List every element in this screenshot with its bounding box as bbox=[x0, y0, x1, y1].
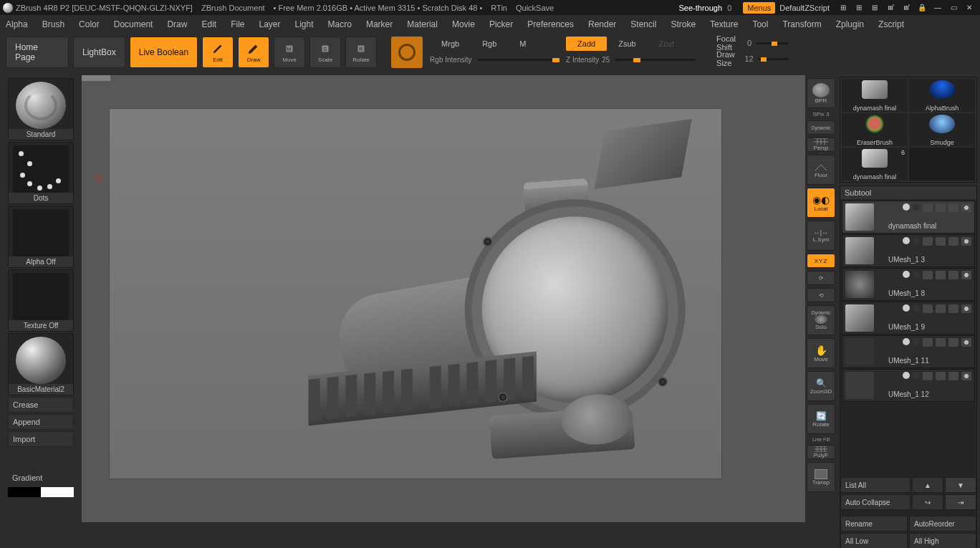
tool-cell-0[interactable]: dynamash final bbox=[842, 79, 908, 112]
floor-button[interactable]: Floor bbox=[807, 155, 835, 185]
snap2-icon[interactable]: ⊞ bbox=[853, 3, 865, 13]
subtool-header[interactable]: Subtool bbox=[840, 186, 976, 199]
menu-stroke[interactable]: Stroke bbox=[671, 19, 696, 29]
default-zscript[interactable]: DefaultZScript bbox=[779, 4, 830, 12]
alpha-picker[interactable]: Alpha Off bbox=[8, 206, 74, 268]
subtool-item-4[interactable]: UMesh_1 11 bbox=[842, 335, 975, 368]
rotate-mode-button[interactable]: R Rotate bbox=[345, 37, 377, 68]
draw-mode-button[interactable]: Draw bbox=[238, 37, 269, 68]
solo-button[interactable]: Dynamic Solo bbox=[807, 305, 835, 335]
track2-icon[interactable]: ıııı' bbox=[900, 3, 912, 13]
m-button[interactable]: M bbox=[508, 37, 537, 51]
move-mode-button[interactable]: M Move bbox=[274, 37, 305, 68]
import-button[interactable]: Import bbox=[8, 431, 74, 447]
maximize-icon[interactable]: ▭ bbox=[948, 3, 959, 13]
live-boolean-button[interactable]: Live Boolean bbox=[130, 37, 198, 68]
subtool-item-2[interactable]: UMesh_1 8 bbox=[842, 268, 975, 301]
all-low-button[interactable]: All Low bbox=[840, 533, 908, 548]
menu-transform[interactable]: Transform bbox=[782, 19, 821, 29]
menu-draw[interactable]: Draw bbox=[167, 19, 187, 29]
subtool-item-5[interactable]: UMesh_1 12 bbox=[842, 369, 975, 402]
nav-move-button[interactable]: ✋ Move bbox=[807, 338, 835, 368]
scale-mode-button[interactable]: S Scale bbox=[309, 37, 341, 68]
menu-picker[interactable]: Picker bbox=[489, 19, 513, 29]
snap-icon[interactable]: ⊞ bbox=[837, 3, 849, 13]
move-up-button[interactable]: ▲ bbox=[912, 477, 943, 493]
crease-button[interactable]: Crease bbox=[8, 397, 74, 413]
eye-icon[interactable] bbox=[961, 237, 971, 246]
menu-texture[interactable]: Texture bbox=[710, 19, 738, 29]
focal-shift-slider[interactable]: Focal Shift 0 bbox=[716, 37, 788, 49]
canvas-tab[interactable] bbox=[82, 75, 110, 81]
nav-zoom-button[interactable]: 🔍 Zoom3D bbox=[807, 371, 835, 401]
menus-button[interactable]: Menus bbox=[743, 2, 775, 14]
eye-icon[interactable] bbox=[961, 203, 971, 212]
menu-marker[interactable]: Marker bbox=[366, 19, 393, 29]
eye-icon[interactable] bbox=[961, 338, 971, 347]
local-button[interactable]: ◉◐ Local bbox=[807, 188, 835, 218]
frame-y-button[interactable]: ⟳ bbox=[807, 271, 835, 285]
menu-tool[interactable]: Tool bbox=[752, 19, 768, 29]
zcut-button[interactable]: Zcut bbox=[648, 37, 686, 51]
subtool-item-1[interactable]: UMesh_1 3 bbox=[842, 234, 975, 267]
brush-picker[interactable]: Standard bbox=[8, 78, 74, 140]
eye-icon[interactable] bbox=[961, 304, 971, 313]
polyf-button[interactable]: PolyF bbox=[807, 445, 835, 459]
menu-document[interactable]: Document bbox=[114, 19, 153, 29]
menu-light[interactable]: Light bbox=[295, 19, 314, 29]
tool-cell-4[interactable]: 6 dynamash final bbox=[842, 148, 908, 181]
menu-material[interactable]: Material bbox=[407, 19, 438, 29]
tool-cell-2[interactable]: EraserBrush bbox=[842, 113, 908, 146]
stroke-picker[interactable]: Dots bbox=[8, 142, 74, 204]
viewport[interactable] bbox=[109, 108, 722, 479]
menu-edit[interactable]: Edit bbox=[201, 19, 216, 29]
rgb-button[interactable]: Rgb bbox=[471, 37, 508, 51]
tool-cell-empty[interactable] bbox=[909, 148, 975, 181]
close-icon[interactable]: ✕ bbox=[964, 3, 975, 13]
transp-button[interactable]: Transp bbox=[807, 462, 835, 492]
rgb-intensity-slider[interactable]: Rgb Intensity bbox=[430, 54, 559, 65]
gizmo-button[interactable] bbox=[391, 37, 423, 68]
dynamic-persp-button[interactable]: Dynamic bbox=[807, 120, 835, 135]
menu-color[interactable]: Color bbox=[79, 19, 100, 29]
tool-cell-1[interactable]: AlphaBrush bbox=[909, 79, 975, 112]
menu-zplugin[interactable]: Zplugin bbox=[836, 19, 864, 29]
zsub-button[interactable]: Zsub bbox=[607, 37, 647, 51]
list-all-button[interactable]: List All bbox=[840, 477, 911, 493]
menu-movie[interactable]: Movie bbox=[452, 19, 475, 29]
see-through-label[interactable]: See-through 0 bbox=[679, 4, 732, 12]
menu-zscript[interactable]: Zscript bbox=[878, 19, 904, 29]
nav-rotate-button[interactable]: 🔄 Rotate bbox=[807, 404, 835, 434]
persp-button[interactable]: Persp bbox=[807, 138, 835, 152]
menu-file[interactable]: File bbox=[231, 19, 244, 29]
spix-label[interactable]: SPix 3 bbox=[807, 111, 835, 117]
home-page-button[interactable]: Home Page bbox=[6, 37, 69, 68]
autoreorder-button[interactable]: AutoReorder bbox=[909, 516, 976, 532]
auto-collapse-button[interactable]: Auto Collapse bbox=[840, 494, 911, 510]
eye-icon[interactable] bbox=[961, 372, 971, 380]
minimize-icon[interactable]: — bbox=[932, 3, 943, 13]
frame-z-button[interactable]: ⟲ bbox=[807, 288, 835, 302]
menu-stencil[interactable]: Stencil bbox=[630, 19, 656, 29]
lsym-button[interactable]: ↔|↔ L.Sym bbox=[807, 221, 835, 251]
document-canvas[interactable] bbox=[82, 75, 805, 522]
rename-button[interactable]: Rename bbox=[840, 516, 908, 532]
merge-button[interactable]: ⇥ bbox=[945, 494, 976, 510]
texture-picker[interactable]: Texture Off bbox=[8, 269, 74, 332]
quicksave-button[interactable]: QuickSave bbox=[516, 4, 554, 12]
xyz-button[interactable]: XYZ bbox=[807, 254, 835, 268]
append-button[interactable]: Append bbox=[8, 414, 74, 430]
menu-render[interactable]: Render bbox=[588, 19, 616, 29]
zadd-button[interactable]: Zadd bbox=[566, 37, 607, 51]
bpr-button[interactable]: BPR bbox=[807, 78, 835, 108]
tool-cell-3[interactable]: Smudge bbox=[909, 113, 975, 146]
menu-macro[interactable]: Macro bbox=[328, 19, 352, 29]
material-picker[interactable]: BasicMaterial2 bbox=[8, 333, 74, 395]
fwd-button[interactable]: ↪ bbox=[912, 494, 943, 510]
menu-brush[interactable]: Brush bbox=[42, 19, 64, 29]
menu-preferences[interactable]: Preferences bbox=[527, 19, 574, 29]
color-white-swatch[interactable] bbox=[41, 487, 74, 497]
subtool-item-3[interactable]: UMesh_1 9 bbox=[842, 302, 975, 335]
draw-size-slider[interactable]: Draw Size 12 bbox=[716, 52, 788, 65]
lock-icon[interactable]: 🔒 bbox=[916, 3, 928, 13]
